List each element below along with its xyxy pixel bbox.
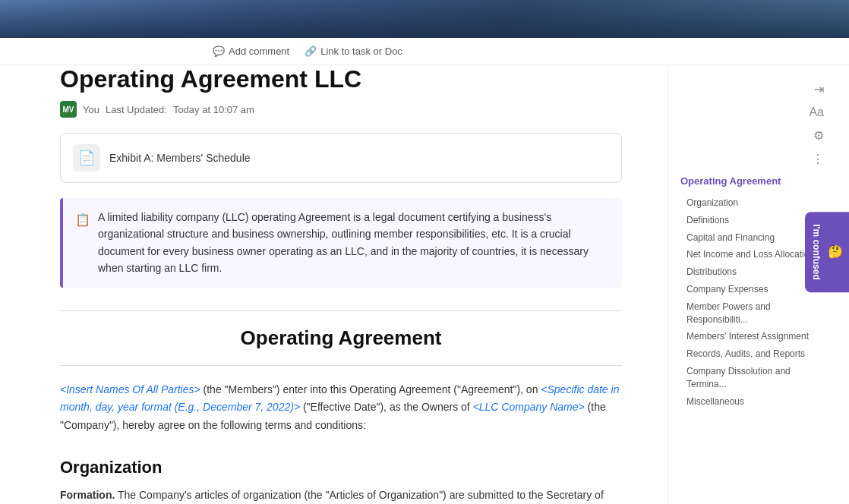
page-wrapper: 💬 Add comment 🔗 Link to task or Doc Oper… — [0, 0, 849, 504]
org-heading: Organization — [60, 458, 622, 477]
toc-item[interactable]: Organization — [680, 194, 825, 212]
last-updated-label: Last Updated: — [106, 104, 167, 115]
section-divider-bottom — [60, 365, 622, 366]
comment-icon: 💬 — [213, 46, 225, 57]
sidebar-controls: ⇥ Aa ⚙ ⋮ — [668, 80, 835, 168]
comment-label: Add comment — [229, 46, 289, 57]
content-wrapper: Operating Agreement LLC MV You Last Upda… — [14, 65, 668, 504]
avatar: MV — [60, 101, 77, 118]
formation-paragraph: Formation. The Company's articles of org… — [60, 487, 622, 504]
intro-text-2: ("Effective Date"), as the Owners of — [300, 401, 473, 413]
intro-text-1: (the "Members") enter into this Operatin… — [200, 383, 541, 395]
toc-container: Operating Agreement OrganizationDefiniti… — [668, 175, 835, 410]
toolbar: 💬 Add comment 🔗 Link to task or Doc — [0, 38, 849, 65]
toc-item[interactable]: Records, Audits, and Reports — [680, 345, 825, 363]
toc-item[interactable]: Miscellaneous — [680, 393, 825, 411]
toc-item[interactable]: Member Powers and Responsibiliti... — [680, 298, 825, 329]
exhibit-label: Exhibit A: Members' Schedule — [109, 152, 251, 164]
toc-item[interactable]: Company Dissolution and Termina... — [680, 363, 825, 393]
add-comment-button[interactable]: 💬 Add comment — [213, 46, 289, 57]
toc-item[interactable]: Capital and Financing — [680, 229, 825, 247]
callout-text: A limited liability company (LLC) operat… — [98, 209, 610, 277]
link-label: Link to task or Doc — [320, 46, 402, 57]
more-options-button[interactable]: ⋮ — [810, 150, 825, 168]
hero-image — [0, 0, 849, 38]
author-name: You — [83, 104, 99, 115]
confused-button[interactable]: 🤔 I'm confused — [805, 212, 849, 292]
font-size-button[interactable]: Aa — [807, 104, 825, 121]
exhibit-card[interactable]: 📄 Exhibit A: Members' Schedule — [60, 133, 622, 183]
placeholder-parties-link[interactable]: <Insert Names Of All Parties> — [60, 383, 200, 395]
confused-emoji: 🤔 — [828, 245, 843, 260]
collapse-sidebar-button[interactable]: ⇥ — [813, 80, 825, 98]
section-divider-top — [60, 310, 622, 311]
callout-box: 📋 A limited liability company (LLC) oper… — [60, 198, 622, 288]
document-title: Operating Agreement LLC — [60, 65, 622, 93]
toc-item[interactable]: Net Income and Loss Allocation — [680, 246, 825, 263]
body-layout: Operating Agreement LLC MV You Last Upda… — [0, 65, 849, 504]
placeholder-company-link[interactable]: <LLC Company Name> — [473, 401, 585, 413]
section-title: Operating Agreement — [60, 326, 622, 350]
toc-list: OrganizationDefinitionsCapital and Finan… — [680, 194, 825, 410]
formation-text: The Company's articles of organization (… — [60, 489, 604, 504]
last-updated-value: Today at 10:07 am — [173, 104, 254, 115]
intro-paragraph: <Insert Names Of All Parties> (the "Memb… — [60, 381, 622, 435]
settings-button[interactable]: ⚙ — [812, 127, 825, 144]
callout-emoji: 📋 — [75, 210, 90, 277]
link-icon: 🔗 — [305, 46, 317, 57]
formation-bold: Formation. — [60, 489, 115, 501]
toc-item[interactable]: Distributions — [680, 263, 825, 281]
meta-row: MV You Last Updated: Today at 10:07 am — [60, 101, 622, 118]
link-task-button[interactable]: 🔗 Link to task or Doc — [305, 46, 402, 57]
confused-label: I'm confused — [811, 224, 822, 280]
toc-item[interactable]: Company Expenses — [680, 281, 825, 298]
exhibit-doc-icon: 📄 — [73, 144, 100, 172]
toc-header: Operating Agreement — [680, 175, 825, 187]
toc-item[interactable]: Members' Interest Assignment — [680, 328, 825, 345]
toc-item[interactable]: Definitions — [680, 212, 825, 229]
